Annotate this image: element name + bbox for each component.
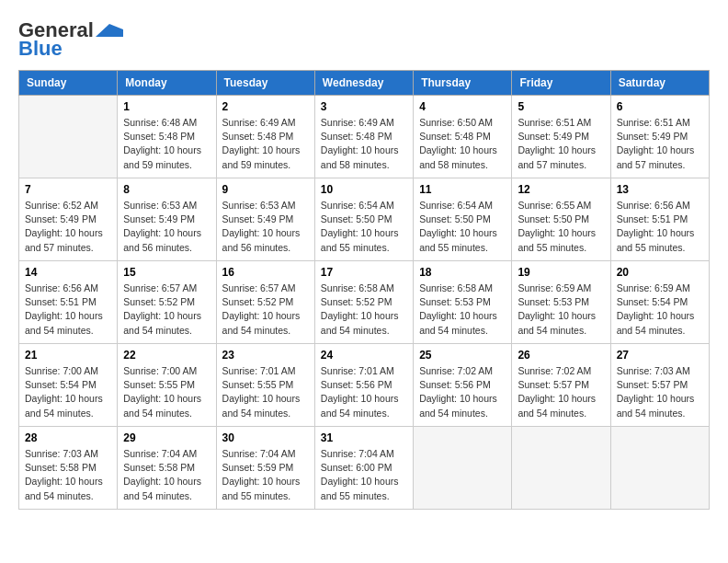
calendar-cell: 31Sunrise: 7:04 AMSunset: 6:00 PMDayligh… [314,427,413,510]
daylight-text: Daylight: 10 hoursand 54 minutes. [518,310,596,335]
sunrise-text: Sunrise: 7:04 AM [321,448,394,459]
calendar-cell: 19Sunrise: 6:59 AMSunset: 5:53 PMDayligh… [512,261,610,344]
sunset-text: Sunset: 5:57 PM [617,379,688,390]
sunrise-text: Sunrise: 6:57 AM [123,282,197,293]
week-row-3: 14Sunrise: 6:56 AMSunset: 5:51 PMDayligh… [19,261,710,344]
calendar-cell: 3Sunrise: 6:49 AMSunset: 5:48 PMDaylight… [314,96,413,178]
sunset-text: Sunset: 5:54 PM [617,296,688,307]
sunrise-text: Sunrise: 6:54 AM [321,200,394,211]
sunset-text: Sunset: 5:56 PM [321,379,392,390]
calendar-cell: 24Sunrise: 7:01 AMSunset: 5:56 PMDayligh… [314,344,413,427]
calendar-cell [610,427,709,510]
day-info: Sunrise: 6:56 AMSunset: 5:51 PMDaylight:… [617,199,703,255]
sunrise-text: Sunrise: 7:00 AM [123,365,197,376]
calendar-cell: 20Sunrise: 6:59 AMSunset: 5:54 PMDayligh… [610,261,709,344]
daylight-text: Daylight: 10 hoursand 55 minutes. [518,227,596,252]
sunset-text: Sunset: 5:48 PM [321,131,392,142]
daylight-text: Daylight: 10 hoursand 58 minutes. [419,144,497,169]
sunrise-text: Sunrise: 6:55 AM [518,200,591,211]
sunset-text: Sunset: 5:50 PM [518,213,589,224]
day-info: Sunrise: 6:54 AMSunset: 5:50 PMDaylight:… [419,199,506,255]
calendar-cell: 27Sunrise: 7:03 AMSunset: 5:57 PMDayligh… [610,344,709,427]
calendar-cell: 14Sunrise: 6:56 AMSunset: 5:51 PMDayligh… [19,261,118,344]
sunrise-text: Sunrise: 6:49 AM [222,117,296,128]
week-row-4: 21Sunrise: 7:00 AMSunset: 5:54 PMDayligh… [19,344,710,427]
svg-marker-0 [96,24,123,37]
day-number: 11 [419,183,506,196]
daylight-text: Daylight: 10 hoursand 56 minutes. [123,227,201,252]
sunrise-text: Sunrise: 6:51 AM [518,117,591,128]
calendar-cell: 25Sunrise: 7:02 AMSunset: 5:56 PMDayligh… [414,344,512,427]
sunrise-text: Sunrise: 6:49 AM [321,117,394,128]
sunset-text: Sunset: 5:49 PM [222,213,294,224]
calendar-cell: 30Sunrise: 7:04 AMSunset: 5:59 PMDayligh… [216,427,314,510]
sunset-text: Sunset: 5:55 PM [123,379,195,390]
day-number: 20 [617,266,703,279]
calendar-cell: 16Sunrise: 6:57 AMSunset: 5:52 PMDayligh… [216,261,314,344]
daylight-text: Daylight: 10 hoursand 55 minutes. [617,227,695,252]
sunrise-text: Sunrise: 6:51 AM [617,117,690,128]
day-info: Sunrise: 6:57 AMSunset: 5:52 PMDaylight:… [123,282,210,338]
day-info: Sunrise: 7:02 AMSunset: 5:57 PMDaylight:… [518,364,604,420]
sunset-text: Sunset: 5:56 PM [419,379,491,390]
sunrise-text: Sunrise: 7:04 AM [123,448,197,459]
sunset-text: Sunset: 5:48 PM [123,131,195,142]
calendar-cell: 12Sunrise: 6:55 AMSunset: 5:50 PMDayligh… [512,178,610,261]
calendar-cell: 11Sunrise: 6:54 AMSunset: 5:50 PMDayligh… [414,178,512,261]
sunset-text: Sunset: 5:51 PM [25,296,97,307]
sunrise-text: Sunrise: 6:58 AM [321,282,394,293]
sunrise-text: Sunrise: 7:01 AM [321,365,394,376]
day-info: Sunrise: 6:59 AMSunset: 5:53 PMDaylight:… [518,282,604,338]
calendar-cell: 7Sunrise: 6:52 AMSunset: 5:49 PMDaylight… [19,178,118,261]
day-number: 10 [321,183,407,196]
sunrise-text: Sunrise: 6:58 AM [419,282,493,293]
sunrise-text: Sunrise: 6:56 AM [617,200,690,211]
day-info: Sunrise: 6:53 AMSunset: 5:49 PMDaylight:… [222,199,309,255]
day-info: Sunrise: 6:49 AMSunset: 5:48 PMDaylight:… [321,116,407,172]
day-info: Sunrise: 6:55 AMSunset: 5:50 PMDaylight:… [518,199,604,255]
calendar-cell: 22Sunrise: 7:00 AMSunset: 5:55 PMDayligh… [118,344,216,427]
sunset-text: Sunset: 5:53 PM [419,296,491,307]
sunrise-text: Sunrise: 7:02 AM [518,365,591,376]
day-info: Sunrise: 7:01 AMSunset: 5:55 PMDaylight:… [222,364,309,420]
daylight-text: Daylight: 10 hoursand 57 minutes. [617,144,695,169]
day-info: Sunrise: 6:52 AMSunset: 5:49 PMDaylight:… [25,199,111,255]
day-number: 2 [222,100,309,113]
day-info: Sunrise: 7:03 AMSunset: 5:58 PMDaylight:… [25,447,111,503]
daylight-text: Daylight: 10 hoursand 55 minutes. [222,476,301,500]
daylight-text: Daylight: 10 hoursand 57 minutes. [25,227,103,252]
day-number: 31 [321,431,407,444]
day-number: 27 [617,349,703,362]
sunset-text: Sunset: 5:49 PM [25,213,97,224]
calendar-cell: 2Sunrise: 6:49 AMSunset: 5:48 PMDaylight… [216,96,314,178]
calendar-cell: 9Sunrise: 6:53 AMSunset: 5:49 PMDaylight… [216,178,314,261]
sunset-text: Sunset: 5:59 PM [222,462,294,473]
sunrise-text: Sunrise: 6:50 AM [419,117,493,128]
day-info: Sunrise: 6:57 AMSunset: 5:52 PMDaylight:… [222,282,309,338]
sunset-text: Sunset: 5:52 PM [123,296,195,307]
daylight-text: Daylight: 10 hoursand 54 minutes. [419,310,497,335]
daylight-text: Daylight: 10 hoursand 54 minutes. [222,310,301,335]
sunset-text: Sunset: 5:48 PM [419,131,491,142]
day-number: 28 [25,431,111,444]
daylight-text: Daylight: 10 hoursand 55 minutes. [419,227,497,252]
daylight-text: Daylight: 10 hoursand 54 minutes. [222,393,301,418]
calendar-cell [512,427,610,510]
sunset-text: Sunset: 5:54 PM [25,379,97,390]
sunset-text: Sunset: 5:48 PM [222,131,294,142]
sunset-text: Sunset: 5:49 PM [518,131,589,142]
sunset-text: Sunset: 5:52 PM [222,296,294,307]
calendar-cell: 29Sunrise: 7:04 AMSunset: 5:58 PMDayligh… [118,427,216,510]
day-number: 23 [222,349,309,362]
day-info: Sunrise: 7:04 AMSunset: 6:00 PMDaylight:… [321,447,407,503]
sunrise-text: Sunrise: 6:56 AM [25,282,98,293]
logo-icon [96,24,123,37]
sunrise-text: Sunrise: 7:02 AM [419,365,493,376]
day-info: Sunrise: 7:01 AMSunset: 5:56 PMDaylight:… [321,364,407,420]
day-number: 12 [518,183,604,196]
sunrise-text: Sunrise: 7:04 AM [222,448,296,459]
sunrise-text: Sunrise: 7:03 AM [617,365,690,376]
day-number: 24 [321,349,407,362]
sunrise-text: Sunrise: 7:00 AM [25,365,98,376]
day-info: Sunrise: 6:49 AMSunset: 5:48 PMDaylight:… [222,116,309,172]
